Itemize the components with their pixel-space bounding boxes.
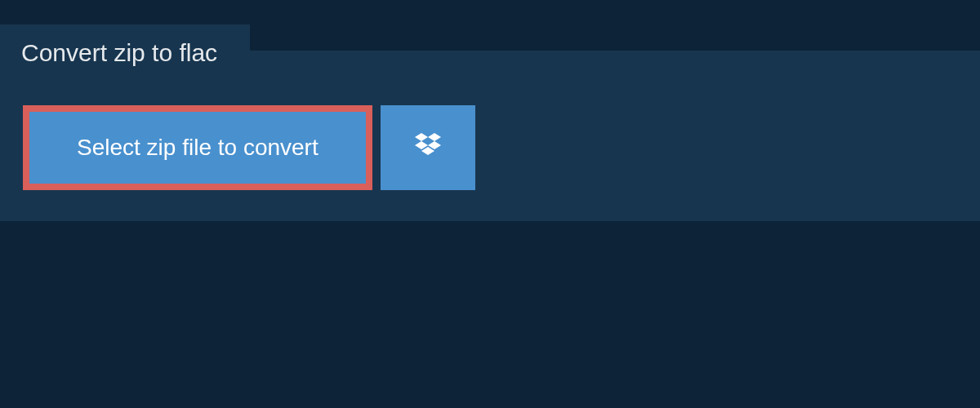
select-file-label: Select zip file to convert bbox=[77, 135, 318, 161]
tab-title: Convert zip to flac bbox=[21, 39, 217, 66]
convert-panel: Convert zip to flac Select zip file to c… bbox=[0, 51, 980, 221]
button-row: Select zip file to convert bbox=[0, 82, 980, 190]
dropbox-button[interactable] bbox=[381, 105, 475, 190]
tab-convert[interactable]: Convert zip to flac bbox=[0, 24, 250, 82]
dropbox-icon bbox=[412, 130, 444, 166]
select-file-button[interactable]: Select zip file to convert bbox=[23, 105, 372, 190]
